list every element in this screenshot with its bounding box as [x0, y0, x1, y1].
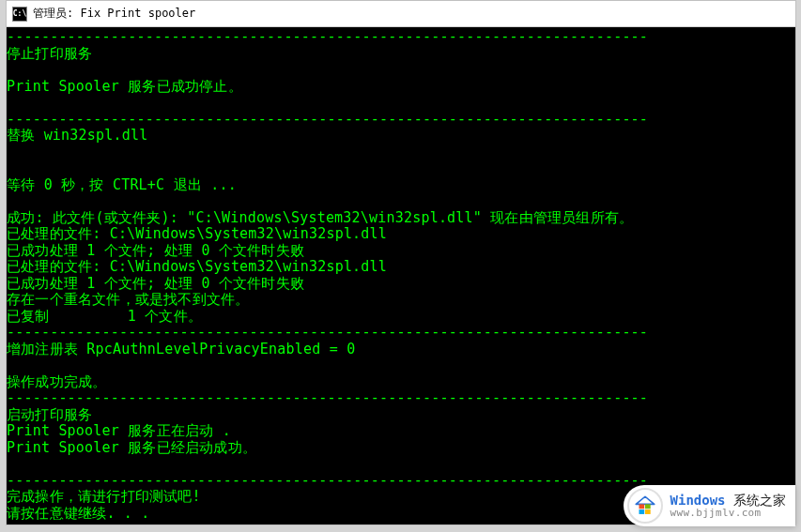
terminal-line: ----------------------------------------…: [7, 390, 795, 407]
watermark: Windows 系统之家 www.bjjmlv.com: [624, 485, 795, 526]
svg-rect-2: [645, 504, 651, 509]
terminal-line: 启动打印服务: [7, 407, 795, 424]
terminal-line: Print Spooler 服务正在启动 .: [7, 423, 795, 440]
terminal-line: [7, 357, 795, 374]
watermark-logo-icon: [627, 488, 663, 524]
terminal-line: 停止打印服务: [7, 46, 795, 63]
terminal-line: 已处理的文件: C:\Windows\System32\win32spl.dll: [7, 259, 795, 276]
cmd-icon: C:\: [12, 7, 27, 22]
svg-rect-4: [645, 509, 651, 514]
terminal-line: Print Spooler 服务已经启动成功。: [7, 440, 795, 457]
svg-marker-0: [636, 496, 655, 504]
watermark-brand: Windows 系统之家: [670, 493, 786, 508]
terminal-line: [7, 95, 795, 112]
terminal-line: ----------------------------------------…: [7, 325, 795, 342]
terminal-output[interactable]: ----------------------------------------…: [7, 27, 795, 524]
terminal-line: ----------------------------------------…: [7, 112, 795, 129]
terminal-line: [7, 456, 795, 473]
svg-rect-1: [639, 504, 644, 509]
watermark-text: Windows 系统之家 www.bjjmlv.com: [670, 493, 786, 520]
terminal-line: Print Spooler 服务已成功停止。: [7, 79, 795, 96]
terminal-line: [7, 193, 795, 210]
terminal-line: 存在一个重名文件，或是找不到文件。: [7, 292, 795, 309]
terminal-line: 替换 win32spl.dll: [7, 128, 795, 144]
terminal-line: 成功: 此文件(或文件夹): "C:\Windows\System32\win3…: [7, 210, 795, 227]
terminal-line: 已成功处理 1 个文件; 处理 0 个文件时失败: [7, 276, 795, 293]
terminal-line: 等待 0 秒，按 CTRL+C 退出 ...: [7, 177, 795, 194]
terminal-line: 已成功处理 1 个文件; 处理 0 个文件时失败: [7, 243, 795, 260]
terminal-line: 增加注册表 RpcAuthnLevelPrivacyEnabled = 0: [7, 342, 795, 358]
console-window: C:\ 管理员: Fix Print spooler -------------…: [6, 0, 796, 525]
terminal-line: 已复制 1 个文件。: [7, 309, 795, 326]
watermark-url: www.bjjmlv.com: [670, 508, 786, 520]
terminal-line: 已处理的文件: C:\Windows\System32\win32spl.dll: [7, 226, 795, 243]
titlebar[interactable]: C:\ 管理员: Fix Print spooler: [7, 1, 795, 27]
svg-rect-3: [639, 509, 644, 514]
terminal-line: [7, 144, 795, 161]
terminal-line: 操作成功完成。: [7, 374, 795, 391]
terminal-line: [7, 160, 795, 177]
window-title: 管理员: Fix Print spooler: [33, 6, 195, 22]
terminal-line: [7, 62, 795, 79]
terminal-line: ----------------------------------------…: [7, 29, 795, 46]
